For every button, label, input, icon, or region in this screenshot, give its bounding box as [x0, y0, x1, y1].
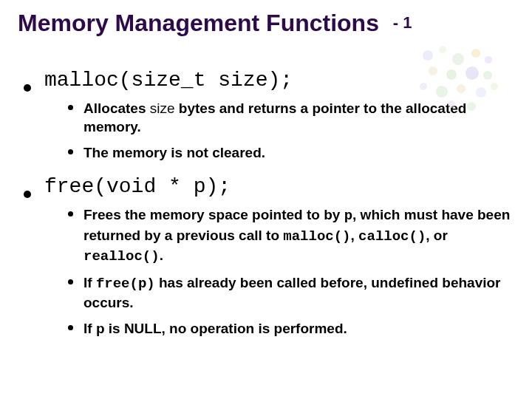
body-text: If free(p) has already been called befor…: [83, 273, 514, 312]
code-text: free(p): [96, 276, 155, 292]
code-heading: free(void * p);: [44, 175, 231, 198]
text: , or: [426, 228, 448, 243]
text: Allocates: [83, 100, 150, 116]
slide: Memory Management Functions - 1 malloc(s…: [0, 0, 532, 399]
bullet-icon: [68, 105, 73, 110]
heading-row: free(void * p);: [24, 175, 514, 198]
bullet-icon: [68, 325, 73, 330]
code-text: p: [344, 208, 352, 224]
body-text: If p is NULL, no operation is performed.: [83, 319, 347, 338]
text: If: [83, 275, 96, 290]
list-item: If free(p) has already been called befor…: [68, 273, 514, 312]
list-item: Frees the memory space pointed to by p, …: [68, 205, 514, 265]
top-list: malloc(size_t size); Allocates size byte…: [18, 69, 514, 338]
code-text: calloc(): [358, 228, 426, 245]
title-suffix: - 1: [393, 13, 412, 32]
dot-icon: [471, 49, 480, 58]
bullet-icon: [24, 84, 31, 92]
sub-list: Allocates size bytes and returns a point…: [68, 99, 514, 162]
text: Frees the memory space pointed to by: [83, 207, 344, 222]
list-item: Allocates size bytes and returns a point…: [68, 99, 514, 136]
list-item: If p is NULL, no operation is performed.: [68, 319, 514, 338]
bullet-icon: [68, 149, 73, 154]
bullet-icon: [24, 191, 31, 198]
bullet-icon: [68, 211, 73, 216]
text: ,: [351, 228, 359, 243]
body-text: Frees the memory space pointed to by p, …: [83, 205, 514, 265]
code-text: realloc(): [83, 248, 160, 265]
code-text: malloc(): [283, 228, 350, 245]
list-item: free(void * p); Frees the memory space p…: [24, 175, 514, 337]
page-title: Memory Management Functions - 1: [18, 10, 514, 36]
size-word: size: [150, 100, 175, 116]
dot-icon: [423, 50, 433, 61]
body-text: Allocates size bytes and returns a point…: [83, 99, 514, 136]
sub-list: Frees the memory space pointed to by p, …: [68, 205, 514, 337]
dot-icon: [439, 46, 446, 53]
list-item: malloc(size_t size); Allocates size byte…: [24, 69, 514, 162]
list-item: The memory is not cleared.: [68, 143, 514, 162]
text: .: [160, 248, 163, 263]
heading-row: malloc(size_t size);: [24, 69, 514, 92]
code-heading: malloc(size_t size);: [44, 69, 293, 92]
body-text: The memory is not cleared.: [83, 143, 265, 162]
dot-icon: [452, 53, 464, 65]
title-main: Memory Management Functions: [18, 10, 379, 36]
dot-icon: [485, 56, 492, 64]
bullet-icon: [68, 279, 73, 284]
